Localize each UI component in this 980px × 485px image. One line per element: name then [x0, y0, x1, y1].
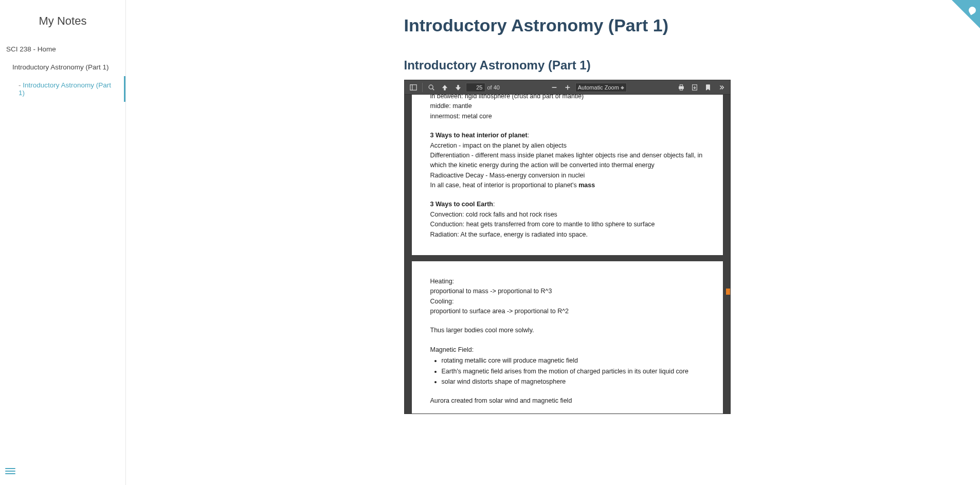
prev-page-icon[interactable]: [439, 82, 450, 93]
text-line: Differentiation - different mass inside …: [430, 151, 704, 171]
list-item: solar wind distorts shape of magnetosphe…: [442, 377, 704, 387]
text-line: proportionl to surface area -> proportio…: [430, 307, 704, 316]
list-item: Earth's magnetic field arises from the m…: [442, 367, 704, 376]
svg-rect-8: [680, 84, 682, 86]
text-line: 3 Ways to cool Earth:: [430, 200, 704, 209]
list-item: rotating metallic core will produce magn…: [442, 356, 704, 366]
sidebar: My Notes SCI 238 - Home Introductory Ast…: [0, 0, 126, 485]
page-title: Introductory Astronomy (Part 1): [404, 15, 882, 35]
sidebar-item-chapter[interactable]: Introductory Astronomy (Part 1): [0, 58, 125, 76]
pdf-page: Heating: proportional to mass -> proport…: [412, 261, 723, 414]
zoom-in-icon[interactable]: [562, 82, 573, 93]
text-line: Heating:: [430, 277, 704, 286]
svg-rect-9: [680, 88, 682, 90]
zoom-out-icon[interactable]: [549, 82, 560, 93]
menu-toggle-icon[interactable]: [5, 466, 15, 477]
text-line: Radioactive Decay - Mass-energy conversi…: [430, 171, 704, 181]
text-line: innermost: metal core: [430, 112, 704, 121]
sidebar-item-label: Introductory Astronomy (Part 1): [19, 81, 111, 97]
download-icon[interactable]: [689, 82, 700, 93]
search-icon[interactable]: [426, 82, 437, 93]
text-line: Accretion - impact on the planet by alie…: [430, 141, 704, 151]
corner-badge[interactable]: [952, 0, 980, 28]
sidebar-title: My Notes: [0, 0, 125, 40]
text-line: middle: mantle: [430, 101, 704, 111]
zoom-select-label: Automatic Zoom: [578, 84, 619, 91]
zoom-select[interactable]: Automatic Zoom◆: [575, 83, 627, 92]
pdf-viewer: of 40 Automatic Zoom◆ in between: rigid …: [404, 80, 731, 414]
pdf-toolbar: of 40 Automatic Zoom◆: [405, 80, 730, 95]
page-total-label: of 40: [487, 84, 500, 91]
pdf-page: in between: rigid lithosphere (crust and…: [412, 95, 723, 255]
text-line: Radiation: At the surface, energy is rad…: [430, 230, 704, 240]
print-icon[interactable]: [676, 82, 687, 93]
svg-line-3: [432, 88, 434, 90]
text-line: proportional to mass -> proportional to …: [430, 286, 704, 296]
badge-icon: [967, 5, 977, 15]
section-title: Introductory Astronomy (Part 1): [404, 58, 882, 73]
text-line: Aurora created from solar wind and magne…: [430, 396, 704, 406]
sidebar-toggle-icon[interactable]: [408, 82, 419, 93]
text-line: In all case, heat of interior is proport…: [430, 181, 704, 190]
text-line: Magnetic Field:: [430, 345, 704, 355]
main-content: Introductory Astronomy (Part 1) Introduc…: [126, 0, 980, 485]
page-number-input[interactable]: [466, 83, 485, 92]
tools-icon[interactable]: [716, 82, 727, 93]
text-line: Thus larger bodies cool more solwly.: [430, 326, 704, 335]
svg-rect-0: [410, 84, 416, 90]
bullet-list: rotating metallic core will produce magn…: [442, 356, 704, 387]
sidebar-item-home[interactable]: SCI 238 - Home: [0, 40, 125, 58]
sidebar-item-section-active[interactable]: - Introductory Astronomy (Part 1): [0, 76, 125, 102]
pdf-page-area[interactable]: in between: rigid lithosphere (crust and…: [405, 95, 730, 414]
svg-point-2: [429, 85, 433, 89]
text-line: Cooling:: [430, 297, 704, 307]
text-line: Convection: cold rock falls and hot rock…: [430, 210, 704, 220]
text-line: 3 Ways to heat interior of planet:: [430, 131, 704, 140]
text-line: in between: rigid lithosphere (crust and…: [430, 95, 704, 101]
text-line: Conduction: heat gets transferred from c…: [430, 220, 704, 229]
bookmark-icon[interactable]: [702, 82, 714, 93]
scrollbar-thumb[interactable]: [726, 289, 730, 295]
next-page-icon[interactable]: [452, 82, 464, 93]
